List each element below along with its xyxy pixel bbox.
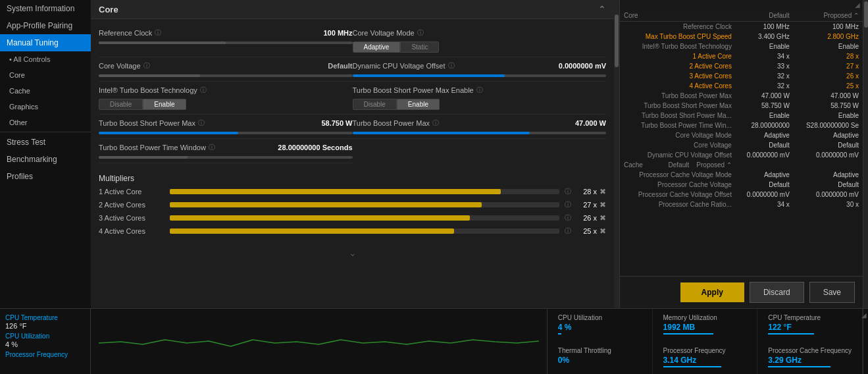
right-table-row: Processor Cache Voltage Default Default	[620, 180, 863, 190]
sidebar-item-benchmarking[interactable]: Benchmarking	[0, 151, 91, 168]
sidebar-item-system-info[interactable]: System Information	[0, 0, 91, 17]
sidebar-item-graphics[interactable]: Graphics	[0, 99, 91, 115]
intel-turbo-info-icon[interactable]: ⓘ	[200, 86, 207, 95]
multiplier-2-reset-icon[interactable]: ✖	[600, 200, 606, 209]
core-section-collapse-btn[interactable]: ⌃	[598, 4, 606, 14]
right-row-default: Adaptive	[736, 130, 794, 140]
metric-item-0: CPU Utilization 4 %	[548, 309, 653, 342]
sidebar-item-stress-test[interactable]: Stress Test	[0, 134, 91, 151]
cache-section-right-collapse[interactable]: ⌃	[727, 161, 732, 169]
core-section-right-collapse[interactable]: ⌃	[854, 12, 859, 19]
multiplier-4-slider[interactable]	[170, 228, 559, 234]
right-table-row: Turbo Boost Power Time Win... 28.0000000…	[620, 120, 863, 130]
multiplier-4-info-icon[interactable]: ⓘ	[565, 227, 571, 236]
multiplier-4-label: 4 Active Cores	[99, 227, 165, 235]
right-table-row: Processor Cache Voltage Mode Adaptive Ad…	[620, 170, 863, 180]
apply-button[interactable]: Apply	[680, 282, 744, 302]
turbo-boost-time-window-label: Turbo Boost Power Time Window ⓘ	[99, 143, 215, 152]
sidebar-item-all-controls[interactable]: • All Controls	[0, 51, 91, 67]
multiplier-3-reset-icon[interactable]: ✖	[600, 213, 606, 223]
multiplier-3-info-icon[interactable]: ⓘ	[565, 213, 571, 223]
sidebar-item-other[interactable]: Other	[0, 115, 91, 130]
metric-label-5: Processor Cache Frequency	[768, 347, 852, 354]
main-scrollbar-thumb[interactable]	[615, 14, 619, 67]
multiplier-4-reset-icon[interactable]: ✖	[600, 227, 606, 236]
multiplier-1-label: 1 Active Core	[99, 188, 165, 196]
turbo-short-power-slider[interactable]	[99, 132, 353, 134]
right-row-proposed: 0.0000000 mV	[794, 150, 863, 160]
multiplier-1-info-icon[interactable]: ⓘ	[565, 187, 571, 196]
turbo-power-max-info-icon[interactable]: ⓘ	[432, 119, 439, 128]
right-row-label: Core Voltage	[620, 140, 736, 150]
toggle-disable-1[interactable]: Disable	[99, 99, 143, 110]
right-row-proposed: 0.0000000 mV	[794, 190, 863, 200]
right-row-default: Enable	[736, 41, 794, 51]
multiplier-1-slider[interactable]	[170, 189, 559, 194]
core-voltage-slider[interactable]	[99, 74, 353, 77]
right-scrollbar[interactable]	[863, 0, 868, 308]
metric-value-5: 3.29 GHz	[768, 356, 852, 365]
right-row-label: 2 Active Cores	[620, 61, 736, 71]
core-voltage-info-icon[interactable]: ⓘ	[143, 61, 150, 70]
right-row-proposed: 28 x	[794, 51, 863, 61]
turbo-time-slider[interactable]	[99, 156, 353, 159]
right-row-proposed: S28.00000000 Se	[794, 120, 863, 130]
toggle-enable-1[interactable]: Enable	[143, 99, 186, 110]
toggle-enable-2[interactable]: Enable	[397, 99, 440, 110]
multiplier-2-info-icon[interactable]: ⓘ	[565, 200, 571, 209]
dynamic-voltage-info-icon[interactable]: ⓘ	[448, 61, 455, 70]
sidebar-item-profiles[interactable]: Profiles	[0, 168, 91, 185]
turbo-time-value: 28.00000000 Seconds	[278, 144, 352, 151]
metric-item-5: Processor Cache Frequency 3.29 GHz	[757, 342, 863, 375]
right-panel-scroll[interactable]: Core Default Proposed ⌃ Reference Clock …	[620, 10, 863, 276]
turbo-short-enable-info-icon[interactable]: ⓘ	[476, 86, 483, 95]
metric-label-2: CPU Temperature	[768, 314, 852, 321]
right-row-label: Processor Cache Ratio...	[620, 200, 736, 209]
right-row-label: Turbo Boost Short Power Max	[620, 101, 736, 111]
right-row-proposed: 2.800 GHz	[794, 32, 863, 41]
cpu-temp-value: 126 °F	[5, 322, 85, 330]
save-button[interactable]: Save	[809, 282, 855, 303]
reference-clock-info-icon[interactable]: ⓘ	[155, 28, 161, 38]
right-row-proposed: 30 x	[794, 200, 863, 209]
turbo-boost-power-time-window-row: Turbo Boost Power Time Window ⓘ 28.00000…	[99, 139, 353, 163]
right-row-default: Default	[736, 140, 794, 150]
turbo-short-power-info-icon[interactable]: ⓘ	[198, 119, 205, 128]
multipliers-section: Multipliers 1 Active Core ⓘ 28 x ✖ 2 Act…	[91, 169, 614, 245]
core-voltage-value: Default	[328, 62, 352, 70]
sidebar-item-app-profile[interactable]: App-Profile Pairing	[0, 17, 91, 34]
reference-clock-slider[interactable]	[99, 41, 353, 44]
turbo-time-info-icon[interactable]: ⓘ	[209, 143, 215, 152]
turbo-power-max-slider[interactable]	[353, 132, 607, 134]
toggle-adaptive[interactable]: Adaptive	[353, 41, 401, 53]
multiplier-3-slider[interactable]	[170, 215, 559, 221]
multiplier-2-slider[interactable]	[170, 202, 559, 207]
right-scrollbar-thumb[interactable]	[864, 1, 868, 28]
core-voltage-mode-info-icon[interactable]: ⓘ	[417, 28, 424, 38]
multiplier-4-value: 25 x	[574, 227, 597, 235]
section-scroll-down[interactable]: ⌄	[91, 245, 614, 261]
intel-turbo-boost-toggle: Disable Enable	[99, 99, 353, 110]
multiplier-row-2: 2 Active Cores ⓘ 27 x ✖	[99, 200, 606, 209]
right-table-row: Processor Cache Voltage Offset 0.0000000…	[620, 190, 863, 200]
toggle-disable-2[interactable]: Disable	[353, 99, 397, 110]
sidebar-item-core[interactable]: Core	[0, 67, 91, 83]
main-scrollbar[interactable]	[614, 0, 619, 308]
right-row-label: 4 Active Cores	[620, 81, 736, 91]
multiplier-3-label: 3 Active Cores	[99, 214, 165, 222]
reference-clock-row: Reference Clock ⓘ 100 MHz	[99, 24, 353, 57]
status-chart-area	[91, 309, 547, 374]
right-table-row: 2 Active Cores 33 x 27 x	[620, 61, 863, 71]
toggle-static[interactable]: Static	[400, 41, 439, 53]
right-row-default: 28.00000000	[736, 120, 794, 130]
turbo-power-max-value: 47.000 W	[575, 119, 606, 127]
right-row-default: 34 x	[736, 51, 794, 61]
discard-button[interactable]: Discard	[750, 282, 804, 303]
multiplier-1-reset-icon[interactable]: ✖	[600, 187, 606, 196]
right-row-label: Processor Cache Voltage Offset	[620, 190, 736, 200]
dynamic-voltage-slider[interactable]	[353, 74, 607, 77]
status-resize-handle[interactable]: ◢	[863, 309, 868, 374]
sidebar-item-manual-tuning[interactable]: Manual Tuning	[0, 34, 91, 51]
sidebar-item-cache[interactable]: Cache	[0, 83, 91, 99]
right-panel-resize-icon[interactable]: ◢	[620, 0, 863, 10]
